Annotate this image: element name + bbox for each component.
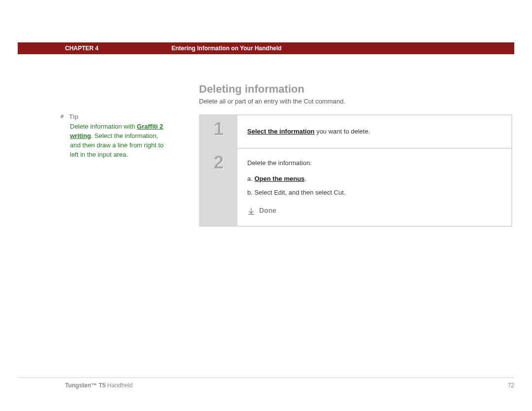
- chapter-header-bar: CHAPTER 4 Entering Information on Your H…: [18, 42, 514, 54]
- footer-product-bold: Tungsten™ T5: [65, 382, 105, 389]
- step-number-cell: 1: [200, 115, 237, 148]
- step-1: 1 Select the information you want to del…: [200, 115, 511, 149]
- step-number: 1: [214, 120, 224, 138]
- tip-body: Delete information with Graffiti 2 writi…: [70, 122, 169, 159]
- sub-step-a-suffix: .: [304, 175, 306, 182]
- step-2: 2 Delete the information: a. Open the me…: [200, 149, 511, 226]
- footer-product: Tungsten™ T5 Handheld: [18, 382, 133, 389]
- sub-step-b: b. Select Edit, and then select Cut.: [247, 187, 501, 198]
- page-footer: Tungsten™ T5 Handheld 72: [18, 377, 514, 389]
- steps-container: 1 Select the information you want to del…: [199, 114, 512, 227]
- section-heading: Deleting information: [199, 83, 304, 96]
- step-number-cell: 2: [200, 149, 237, 226]
- asterisk-icon: [58, 112, 66, 120]
- tip-box: Tip Delete information with Graffiti 2 w…: [58, 112, 169, 159]
- page-number: 72: [508, 382, 514, 389]
- page: CHAPTER 4 Entering Information on Your H…: [0, 0, 532, 411]
- sub-step-a-prefix: a.: [247, 175, 254, 182]
- step-1-rest: you want to delete.: [315, 128, 370, 135]
- sub-step-a: a. Open the menus.: [247, 173, 501, 184]
- step-body: Delete the information: a. Open the menu…: [237, 149, 511, 226]
- down-arrow-icon: [247, 207, 255, 215]
- step-body: Select the information you want to delet…: [237, 115, 511, 148]
- step-number: 2: [214, 154, 224, 171]
- done-label: Done: [259, 205, 276, 217]
- section-subheading: Delete all or part of an entry with the …: [199, 98, 345, 105]
- tip-label: Tip: [69, 113, 78, 120]
- step-2-intro: Delete the information:: [247, 158, 501, 169]
- sub-steps: a. Open the menus. b. Select Edit, and t…: [247, 173, 501, 198]
- chapter-title: Entering Information on Your Handheld: [166, 45, 282, 52]
- chapter-label: CHAPTER 4: [18, 45, 166, 52]
- done-line: Done: [247, 205, 501, 217]
- tip-text-pre: Delete information with: [70, 123, 137, 130]
- footer-product-rest: Handheld: [105, 382, 133, 389]
- select-information-link[interactable]: Select the information: [247, 128, 315, 135]
- tip-header: Tip: [59, 112, 169, 120]
- open-menus-link[interactable]: Open the menus: [254, 175, 304, 182]
